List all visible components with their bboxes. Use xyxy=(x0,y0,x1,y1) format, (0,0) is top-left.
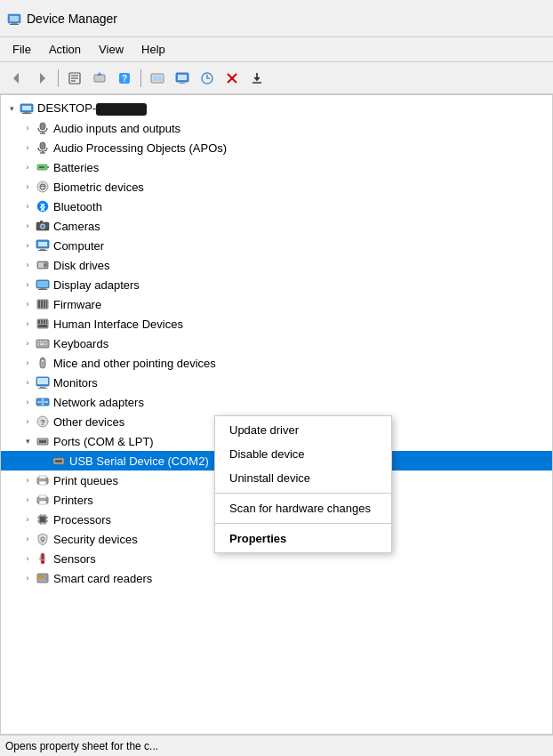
svg-rect-29 xyxy=(22,113,31,114)
back-button[interactable] xyxy=(5,67,28,90)
svg-rect-47 xyxy=(40,249,45,250)
tree-root[interactable]: ▾ DESKTOP- xyxy=(1,99,552,118)
tree-item-display[interactable]: › Display adapters xyxy=(1,275,552,294)
svg-marker-5 xyxy=(40,73,45,84)
context-menu-uninstall-device[interactable]: Uninstall device xyxy=(215,466,391,490)
root-label: DESKTOP- xyxy=(37,101,147,116)
smartcard-icon xyxy=(35,571,51,585)
tree-item-mice[interactable]: › Mice and other pointing devices xyxy=(1,353,552,373)
keyboards-label: Keyboards xyxy=(53,337,108,350)
uninstall-button[interactable] xyxy=(220,67,244,90)
title-bar-text: Device Manager xyxy=(27,12,117,26)
monitors-label: Monitors xyxy=(53,376,98,390)
update-driver-button[interactable] xyxy=(88,67,111,90)
security-expand: › xyxy=(20,532,35,546)
keyboards-icon xyxy=(35,336,51,350)
menu-file[interactable]: File xyxy=(4,39,40,60)
svg-point-102 xyxy=(45,479,47,481)
svg-rect-108 xyxy=(40,517,45,522)
svg-rect-75 xyxy=(45,343,47,345)
root-expand-icon: ▾ xyxy=(4,101,19,116)
svg-text:?: ? xyxy=(122,74,127,84)
disk-label: Disk drives xyxy=(53,259,110,272)
print-label: Print queues xyxy=(53,474,118,487)
svg-rect-55 xyxy=(40,288,45,289)
tree-item-keyboards[interactable]: › Keyboards xyxy=(1,334,552,353)
biometric-label: Biometric devices xyxy=(53,181,144,194)
smartcard-expand: › xyxy=(20,571,35,585)
download-button[interactable] xyxy=(245,67,268,90)
svg-rect-125 xyxy=(39,575,43,578)
svg-point-86 xyxy=(46,401,48,403)
computer-icon xyxy=(35,238,51,253)
printers-expand: › xyxy=(20,493,35,507)
context-menu-scan[interactable]: Scan for hardware changes xyxy=(215,496,391,520)
smartcard-label: Smart card readers xyxy=(53,572,152,585)
context-menu-properties[interactable]: Properties xyxy=(215,527,391,551)
ports-icon xyxy=(35,434,51,448)
biometric-expand: › xyxy=(20,180,35,194)
audio-processing-expand: › xyxy=(20,141,35,155)
security-icon xyxy=(35,532,51,546)
menu-bar: File Action View Help xyxy=(0,37,553,62)
ports-label: Ports (COM & LPT) xyxy=(53,435,154,448)
tree-item-hid[interactable]: › Human Interface Devices xyxy=(1,314,552,334)
menu-view[interactable]: View xyxy=(90,39,132,60)
printers-icon xyxy=(35,493,51,507)
scan-button[interactable] xyxy=(196,67,219,90)
tree-item-monitors[interactable]: › Monitors xyxy=(1,373,552,392)
main-content: ▾ DESKTOP- › xyxy=(0,94,553,735)
tree-item-audio-processing[interactable]: › Audio Processing Objects (APOs) xyxy=(1,138,552,157)
svg-rect-58 xyxy=(38,301,40,308)
context-menu-update-driver[interactable]: Update driver xyxy=(215,418,391,442)
svg-rect-54 xyxy=(37,281,48,287)
show-hidden-button[interactable] xyxy=(146,67,169,90)
context-menu: Update driver Disable device Uninstall d… xyxy=(214,415,392,553)
properties-button[interactable] xyxy=(63,67,86,90)
tree-item-batteries[interactable]: › Batteries xyxy=(1,157,552,177)
svg-rect-64 xyxy=(41,320,43,324)
tree-item-smartcard[interactable]: › Smart card readers xyxy=(1,568,552,588)
audio-inputs-icon xyxy=(35,121,51,135)
usb-serial-icon xyxy=(51,454,67,468)
menu-action[interactable]: Action xyxy=(40,39,90,60)
svg-rect-67 xyxy=(38,325,47,327)
monitor-button[interactable] xyxy=(171,67,194,90)
svg-rect-37 xyxy=(47,166,49,168)
svg-point-87 xyxy=(42,398,44,400)
toolbar-sep-2 xyxy=(140,69,141,87)
title-bar: Device Manager xyxy=(0,0,553,37)
tree-item-computer[interactable]: › Computer xyxy=(1,236,552,255)
tree-item-audio-inputs[interactable]: › Audio inputs and outputs xyxy=(1,118,552,138)
batteries-label: Batteries xyxy=(53,161,99,174)
context-menu-disable-device[interactable]: Disable device xyxy=(215,442,391,466)
svg-point-85 xyxy=(37,401,39,403)
svg-rect-48 xyxy=(38,250,47,251)
cameras-icon xyxy=(35,219,51,233)
svg-rect-71 xyxy=(43,341,44,342)
mice-label: Mice and other pointing devices xyxy=(53,357,216,370)
cameras-expand: › xyxy=(20,219,35,233)
help-button[interactable]: ? xyxy=(113,67,136,90)
network-label: Network adapters xyxy=(53,396,144,409)
svg-rect-93 xyxy=(39,440,46,443)
tree-item-biometric[interactable]: › Biometric devices xyxy=(1,177,552,197)
tree-item-network[interactable]: › Network adapters xyxy=(1,392,552,412)
tree-item-firmware[interactable]: › Firmware xyxy=(1,294,552,314)
display-icon xyxy=(35,277,51,292)
context-menu-sep-1 xyxy=(215,493,391,494)
forward-button[interactable] xyxy=(30,67,53,90)
tree-item-disk[interactable]: › Disk drives xyxy=(1,255,552,275)
print-expand: › xyxy=(20,473,35,487)
svg-point-77 xyxy=(42,360,44,362)
svg-rect-27 xyxy=(22,106,31,110)
context-menu-sep-2 xyxy=(215,523,391,524)
bluetooth-label: Bluetooth xyxy=(53,200,102,213)
svg-point-106 xyxy=(45,499,47,501)
tree-item-bluetooth[interactable]: › Bluetooth xyxy=(1,197,552,216)
sensors-icon xyxy=(35,551,51,566)
menu-help[interactable]: Help xyxy=(132,39,174,60)
svg-rect-38 xyxy=(39,166,44,168)
firmware-label: Firmware xyxy=(53,298,101,311)
tree-item-cameras[interactable]: › Cameras xyxy=(1,216,552,236)
